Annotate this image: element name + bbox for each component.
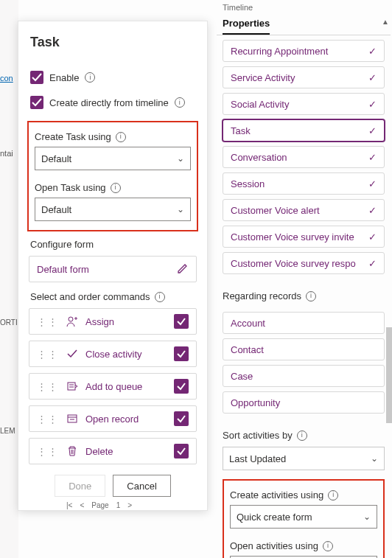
vertical-scrollbar[interactable] bbox=[386, 327, 392, 423]
create-task-using-label: Create Task using i bbox=[35, 131, 191, 142]
select-value: Default bbox=[41, 153, 71, 164]
info-icon[interactable]: i bbox=[306, 291, 316, 301]
command-row-open-record[interactable]: ⋮⋮ Open record bbox=[29, 405, 197, 432]
properties-pane: Timeline Properties ▲ Recurring Appointm… bbox=[217, 0, 391, 558]
drag-handle-icon[interactable]: ⋮⋮ bbox=[37, 414, 59, 425]
info-icon[interactable]: i bbox=[111, 183, 121, 193]
activity-type-conversation[interactable]: Conversation ✓ bbox=[223, 146, 385, 168]
command-row-close-activity[interactable]: ⋮⋮ Close activity bbox=[29, 341, 197, 367]
pill-label: Service Activity bbox=[231, 72, 295, 83]
configure-form-select[interactable]: Default form bbox=[29, 256, 197, 282]
create-task-using-select[interactable]: Default ⌄ bbox=[35, 147, 191, 170]
checkbox-checked-icon[interactable] bbox=[174, 444, 189, 458]
activity-type-service-activity[interactable]: Service Activity ✓ bbox=[223, 66, 385, 88]
create-activities-using-select[interactable]: Quick create form ⌄ bbox=[230, 505, 377, 529]
sort-activities-select[interactable]: Last Updated ⌄ bbox=[223, 447, 385, 470]
commands-label: Select and order commands i bbox=[30, 291, 197, 302]
open-activities-using-label: Open activities using i bbox=[230, 540, 377, 551]
info-icon[interactable]: i bbox=[323, 541, 333, 551]
check-icon: ✓ bbox=[368, 258, 377, 269]
checkbox-checked-icon bbox=[30, 71, 43, 84]
info-icon[interactable]: i bbox=[85, 72, 95, 83]
activity-type-customer-voice-survey-invite[interactable]: Customer Voice survey invite ✓ bbox=[223, 226, 385, 248]
checkbox-checked-icon bbox=[30, 96, 43, 109]
cancel-button[interactable]: Cancel bbox=[113, 475, 170, 497]
configure-form-label: Configure form bbox=[30, 239, 197, 250]
info-icon[interactable]: i bbox=[328, 490, 338, 501]
checkbox-checked-icon[interactable] bbox=[174, 314, 189, 329]
command-row-assign[interactable]: ⋮⋮ Assign bbox=[29, 308, 197, 335]
command-label: Delete bbox=[85, 446, 167, 457]
pill-label: Opportunity bbox=[231, 397, 280, 408]
open-task-using-select[interactable]: Default ⌄ bbox=[35, 198, 191, 221]
pill-label: Conversation bbox=[231, 152, 287, 163]
check-icon: ✓ bbox=[368, 205, 377, 216]
pager-first-icon[interactable]: |< bbox=[66, 501, 72, 509]
command-row-delete[interactable]: ⋮⋮ Delete bbox=[29, 438, 197, 464]
create-from-timeline-checkbox-row[interactable]: Create directly from timeline i bbox=[30, 96, 197, 109]
chevron-down-icon: ⌄ bbox=[371, 453, 378, 464]
info-icon[interactable]: i bbox=[175, 97, 185, 108]
chevron-down-icon: ⌄ bbox=[177, 153, 184, 164]
collapse-icon[interactable]: ▲ bbox=[380, 18, 391, 26]
info-icon[interactable]: i bbox=[155, 292, 165, 302]
checkbox-checked-icon[interactable] bbox=[174, 411, 189, 426]
drag-handle-icon[interactable]: ⋮⋮ bbox=[37, 381, 59, 392]
regarding-opportunity[interactable]: Opportunity bbox=[223, 391, 385, 414]
create-activities-using-label: Create activities using i bbox=[230, 489, 377, 501]
activity-type-social-activity[interactable]: Social Activity ✓ bbox=[223, 93, 385, 115]
select-value: Default bbox=[41, 204, 71, 215]
command-row-add-to-queue[interactable]: ⋮⋮ Add to queue bbox=[29, 373, 197, 400]
open-task-using-label: Open Task using i bbox=[35, 182, 191, 193]
regarding-contact[interactable]: Contact bbox=[223, 338, 385, 360]
pill-label: Task bbox=[231, 125, 251, 136]
command-label: Open record bbox=[85, 414, 167, 425]
info-icon[interactable]: i bbox=[116, 132, 126, 142]
info-icon[interactable]: i bbox=[297, 430, 307, 441]
regarding-case[interactable]: Case bbox=[223, 365, 385, 387]
properties-header: Timeline bbox=[217, 0, 391, 13]
open-record-icon bbox=[66, 413, 78, 425]
command-label: Assign bbox=[85, 316, 167, 327]
configure-form-value: Default form bbox=[37, 264, 89, 275]
properties-tabs: Properties bbox=[217, 13, 391, 35]
tab-properties[interactable]: Properties bbox=[223, 18, 270, 35]
activity-type-session[interactable]: Session ✓ bbox=[223, 172, 385, 195]
truncated-text: ntai bbox=[0, 149, 13, 158]
check-icon: ✓ bbox=[368, 178, 377, 189]
svg-rect-2 bbox=[68, 415, 77, 422]
drag-handle-icon[interactable]: ⋮⋮ bbox=[37, 316, 59, 327]
chevron-down-icon: ⌄ bbox=[177, 204, 184, 215]
drag-handle-icon[interactable]: ⋮⋮ bbox=[37, 446, 59, 457]
highlight-create-open-activities: Create activities using i Quick create f… bbox=[223, 479, 385, 558]
svg-point-0 bbox=[69, 317, 73, 321]
activity-type-customer-voice-survey-response[interactable]: Customer Voice survey respo ✓ bbox=[223, 252, 385, 274]
check-icon: ✓ bbox=[368, 231, 377, 243]
command-label: Add to queue bbox=[85, 381, 167, 392]
check-icon: ✓ bbox=[368, 46, 377, 57]
drag-handle-icon[interactable]: ⋮⋮ bbox=[37, 349, 59, 360]
check-icon: ✓ bbox=[368, 72, 377, 83]
pager-prev-icon[interactable]: < bbox=[80, 501, 84, 509]
chevron-down-icon: ⌄ bbox=[363, 512, 371, 522]
check-icon: ✓ bbox=[368, 99, 377, 110]
activity-type-customer-voice-alert[interactable]: Customer Voice alert ✓ bbox=[223, 199, 385, 221]
regarding-account[interactable]: Account bbox=[223, 312, 385, 334]
edit-icon[interactable] bbox=[177, 262, 189, 276]
pill-label: Customer Voice survey invite bbox=[231, 231, 354, 243]
checkbox-checked-icon[interactable] bbox=[174, 379, 189, 394]
truncated-link[interactable]: con bbox=[0, 74, 13, 83]
checkbox-checked-icon[interactable] bbox=[174, 346, 189, 361]
pill-label: Account bbox=[231, 318, 265, 329]
check-icon bbox=[66, 348, 78, 360]
pager: |< < Page 1 > bbox=[66, 501, 132, 509]
panel-title: Task bbox=[30, 35, 197, 50]
done-button: Done bbox=[55, 475, 105, 497]
check-icon: ✓ bbox=[368, 152, 377, 163]
pager-next-icon[interactable]: > bbox=[127, 501, 132, 509]
pill-label: Customer Voice alert bbox=[231, 205, 320, 216]
activity-type-task[interactable]: Task ✓ bbox=[223, 119, 385, 142]
select-value: Last Updated bbox=[229, 453, 286, 464]
enable-checkbox-row[interactable]: Enable i bbox=[30, 71, 197, 84]
activity-type-recurring-appointment[interactable]: Recurring Appointment ✓ bbox=[223, 40, 385, 62]
